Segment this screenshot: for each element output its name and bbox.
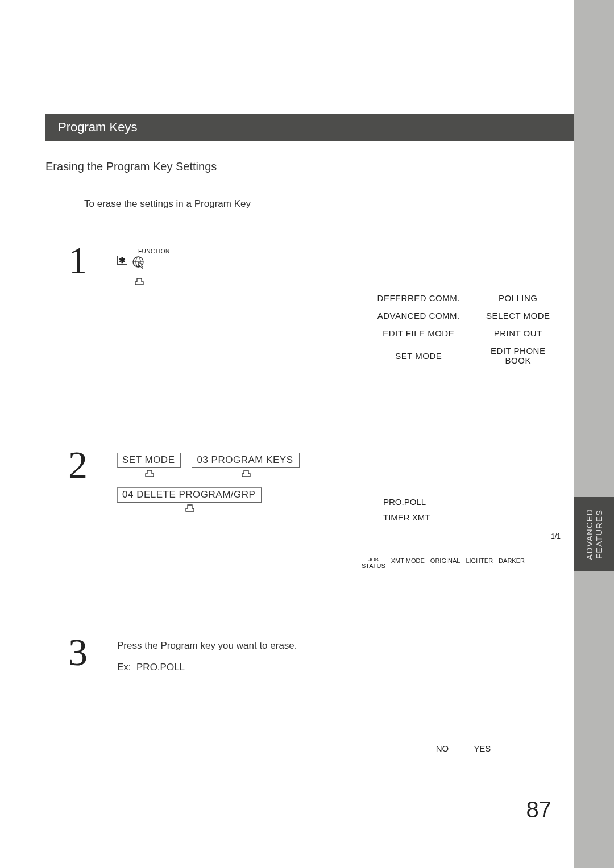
lcd-softkey-row: JOB STATUS XMT MODE ORIGINAL LIGHTER [362,557,563,569]
lcd-cell: EDIT PHONE BOOK [474,342,563,369]
softkey-original: ORIGINAL [430,557,460,569]
section-tab-label: ADVANCED FEATURES [585,508,604,560]
step-number: 1 [68,238,88,283]
key-program-keys: 03 PROGRAM KEYS [192,453,300,478]
step-1: 1 FUNCTION ✱ [68,244,574,380]
softkey-darker: DARKER [499,557,525,569]
right-margin-strip [574,0,614,868]
press-indicator-icon [181,503,198,513]
softkey-bottom: DARKER [499,557,525,564]
lcd-cell: SET MODE [364,342,474,369]
function-key-icon [131,256,148,276]
page-title: Program Keys [58,120,137,135]
lcd-cell: SELECT MODE [474,307,563,324]
step-2: 2 SET MODE 03 PROGRAM KEYS 04 [68,448,574,596]
function-label: FUNCTION [138,248,574,254]
key-set-mode: SET MODE [117,453,181,478]
lcd-list-item: TIMER XMT [383,512,563,522]
lcd-panel-function-menu: DEFERRED COMM. POLLING ADVANCED COMM. SE… [364,289,563,369]
section-subtitle: Erasing the Program Key Settings [45,160,574,173]
lcd-cell: POLLING [474,289,563,307]
lcd-list-item: PRO.POLL [383,497,563,507]
lcd-cell: PRINT OUT [474,324,563,342]
lcd-row: SET MODE EDIT PHONE BOOK [364,342,563,369]
key-button[interactable]: 04 DELETE PROGRAM/GRP [117,487,262,503]
step3-line1: Press the Program key you want to erase. [117,640,574,652]
confirm-yes: YES [474,744,491,753]
lcd-panel-program-list: PRO.POLL TIMER XMT 1/1 JOB STATUS XMT MO… [364,455,563,569]
lcd-cell: EDIT FILE MODE [364,324,474,342]
softkey-job-status: JOB STATUS [362,557,385,569]
press-indicator-icon [238,468,255,478]
softkey-bottom: LIGHTER [466,557,493,564]
page-title-banner: Program Keys [45,114,574,141]
key-button[interactable]: SET MODE [117,453,181,468]
press-indicator-icon [141,468,158,478]
softkey-xmt-mode: XMT MODE [391,557,425,569]
step3-ex-key: PRO.POLL [136,662,185,673]
lcd-panel-confirm: NO YES [364,744,563,753]
softkey-bottom: ORIGINAL [430,557,460,564]
step-3: 3 Press the Program key you want to eras… [68,636,574,783]
key-button[interactable]: 03 PROGRAM KEYS [192,453,300,468]
page-content: Program Keys Erasing the Program Key Set… [45,0,574,868]
press-indicator-icon [131,276,148,286]
asterisk-key-icon: ✱ [117,256,127,265]
page-number: 87 [526,797,552,823]
step-number: 2 [68,443,88,487]
lcd-row: EDIT FILE MODE PRINT OUT [364,324,563,342]
softkey-bottom: XMT MODE [391,557,425,564]
softkey-lighter: LIGHTER [466,557,493,569]
confirm-no: NO [436,744,449,753]
lcd-cell: ADVANCED COMM. [364,307,474,324]
step-number: 3 [68,630,88,675]
intro-line: To erase the settings in a Program Key [84,198,574,210]
section-tab-advanced-features: ADVANCED FEATURES [574,497,614,571]
key-delete-program-grp: 04 DELETE PROGRAM/GRP [117,487,262,513]
step3-ex-prefix: Ex: [117,662,131,673]
softkey-top: JOB [362,557,385,562]
lcd-row: ADVANCED COMM. SELECT MODE [364,307,563,324]
lcd-page-indicator: 1/1 [364,532,561,540]
lcd-cell: DEFERRED COMM. [364,289,474,307]
softkey-bottom: STATUS [362,562,385,569]
step3-line2: Ex: PRO.POLL [117,662,574,673]
lcd-row: DEFERRED COMM. POLLING [364,289,563,307]
